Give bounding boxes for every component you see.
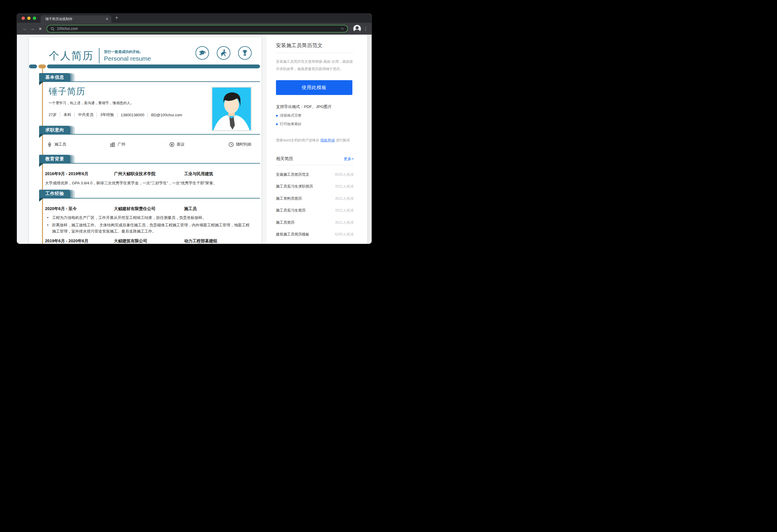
template-title: 安装施工员简历范文 [276, 42, 353, 49]
section-tab-fold [39, 198, 44, 202]
section-label-intent: 求职意向 [39, 126, 71, 134]
building-icon [110, 142, 115, 147]
timeline-top-bar [29, 64, 261, 69]
resume-preview-area: 个人简历 言行一致是成功的开始。 Personal resume [17, 35, 266, 244]
fact-party: 中共党员 [74, 112, 93, 118]
related-item[interactable]: 施工员简历 3521人阅读 [276, 220, 353, 225]
intent-salary: 面议 [170, 142, 229, 147]
related-item[interactable]: 安装施工员简历范文 6020人阅读 [276, 172, 353, 177]
fact-degree: 本科 [60, 112, 71, 118]
resume-header: 个人简历 言行一致是成功的开始。 Personal resume [29, 48, 261, 63]
resume-card: 个人简历 言行一致是成功的开始。 Personal resume [29, 37, 261, 244]
resume-subtitle: Personal resume [104, 55, 151, 62]
education-row: 2016年9月 - 2019年6月 广州大鲸职业技术学院 工业与民用建筑 [45, 171, 261, 177]
avatar-head [356, 26, 359, 29]
fact-experience: 3年经验 [97, 112, 114, 118]
sidebar-divider [276, 165, 353, 165]
page-scrollbar[interactable] [367, 35, 372, 244]
address-bar[interactable]: 100chui.com ☆ [46, 25, 348, 32]
stop-loading-icon[interactable]: ✕ [36, 27, 44, 31]
fact-email: BD@100chui.com [147, 113, 182, 117]
work-company: 大鲸建筑有限公司 [114, 239, 184, 244]
maximize-window-button[interactable] [33, 17, 36, 20]
export-point: 排版格式完整 [276, 113, 353, 118]
profile-avatar-button[interactable] [353, 25, 361, 32]
tab-title: 锤子简历在线制作 [45, 17, 106, 21]
education-school: 广州大鲸职业技术学院 [114, 171, 184, 177]
browser-window: 锤子简历在线制作 ✕ + ← → ✕ 100chui.com ☆ ⋮ [17, 14, 372, 244]
work-period: 2019年6月 - 2020年6月 [45, 239, 114, 244]
work-bullet: 距离放样，施工放线工作。 主体结构完成后兼任施工员，负责砌体工程施工管理，内外墙… [47, 222, 250, 234]
related-item[interactable]: 施工资料员简历 3521人阅读 [276, 196, 353, 201]
education-period: 2016年9月 - 2019年6月 [45, 171, 114, 177]
work-row: 2020年6月 - 至今 大鲸建材有限责任公司 施工员 [45, 206, 261, 212]
related-title: 相关简历 [276, 156, 293, 161]
section-tab-fold [39, 163, 44, 167]
resume-motto: 言行一致是成功的开始。 [104, 49, 151, 54]
minimize-window-button[interactable] [27, 17, 30, 20]
work-period: 2020年6月 - 至今 [45, 206, 114, 212]
intent-availability: 随时到岗 [229, 142, 261, 147]
clock-icon [229, 142, 234, 147]
template-description: 安装施工员简历范文使用便捷-高效-实用，高效提升求职效率，做高质量简历就用锤子简… [276, 58, 353, 73]
window-controls [22, 17, 36, 20]
header-icons [196, 46, 252, 60]
tab-close-icon[interactable]: ✕ [106, 17, 108, 21]
section-tab-fold [39, 134, 44, 138]
fact-age: 27岁 [48, 112, 57, 118]
bookmark-star-icon[interactable]: ☆ [341, 26, 344, 31]
browser-toolbar: ← → ✕ 100chui.com ☆ ⋮ [17, 23, 372, 35]
teal-bar-long [47, 64, 260, 69]
avatar-body [354, 30, 360, 32]
education-detail: 大学成绩优异，GPA 3.8/4.0，获得三次优秀学生奖学金，一次“三好学生”，… [45, 180, 261, 186]
related-header: 相关简历 更多> [276, 156, 353, 161]
close-window-button[interactable] [22, 17, 25, 20]
work-title: 动力工程部基建组 [184, 239, 261, 244]
page-content: 个人简历 言行一致是成功的开始。 Personal resume [17, 35, 372, 244]
id-photo [211, 87, 252, 131]
bullet-dot-icon [276, 123, 278, 125]
section-header-basic: 基本信息 [39, 74, 260, 82]
pen-nib-icon [47, 142, 52, 147]
desktop-background: 锤子简历在线制作 ✕ + ← → ✕ 100chui.com ☆ ⋮ [0, 0, 388, 266]
url-text: 100chui.com [57, 27, 341, 31]
related-item[interactable]: 施工员实习生求职简历 3521人阅读 [276, 184, 353, 189]
related-item[interactable]: 施工员实习生简历 3521人阅读 [276, 208, 353, 213]
section-label-work: 工作经验 [39, 190, 71, 198]
graduation-cap-icon [196, 46, 209, 60]
template-store-link[interactable]: 模板商城 [320, 138, 335, 142]
education-major: 工业与民用建筑 [184, 171, 261, 177]
fact-phone: 13800138000 [117, 113, 144, 117]
section-label-education: 教育背景 [39, 155, 71, 163]
use-template-button[interactable]: 使用此模板 [276, 80, 352, 95]
work-title: 施工员 [184, 206, 261, 212]
template-sidebar: 安装施工员简历范文 安装施工员简历范文使用便捷-高效-实用，高效提升求职效率，做… [271, 35, 359, 244]
word-purchase-note: 需要word文档的用户请移步模板商城进行购买 [276, 138, 353, 143]
work-bullet: 工程为力佳电机生产厂区，工作开展从开挖至工程竣工结束，担任测量员，负责坐标放样。 [47, 215, 250, 221]
resume-title: 个人简历 [49, 49, 94, 63]
section-header-work: 工作经验 [39, 190, 260, 198]
section-tab-fold [39, 81, 44, 85]
export-formats: 支持导出格式：PDF、JPG图片 [276, 104, 353, 110]
teal-bar-segment [29, 64, 37, 69]
browser-tab-bar: 锤子简历在线制作 ✕ + [17, 14, 372, 23]
browser-menu-icon[interactable]: ⋮ [363, 26, 368, 31]
work-bullets: 工程为力佳电机生产厂区，工作开展从开挖至工程竣工结束，担任测量员，负责坐标放样。… [47, 215, 261, 234]
intent-position: 施工员 [47, 142, 110, 147]
back-icon[interactable]: ← [21, 26, 29, 31]
search-icon [50, 27, 54, 31]
work-company: 大鲸建材有限责任公司 [114, 206, 184, 212]
header-divider [99, 48, 100, 63]
export-point: 打印效果最好 [276, 122, 353, 127]
related-item[interactable]: 建筑施工员简历模板 6200人阅读 [276, 232, 353, 237]
running-worker-icon [217, 46, 230, 60]
intent-city: 广州 [110, 142, 170, 147]
new-tab-button[interactable]: + [115, 15, 118, 21]
section-header-education: 教育背景 [39, 155, 260, 164]
browser-tab[interactable]: 锤子简历在线制作 ✕ [40, 15, 111, 23]
work-row: 2019年6月 - 2020年6月 大鲸建筑有限公司 动力工程部基建组 [45, 239, 261, 244]
intent-row: 施工员 广州 面议 随 [47, 142, 261, 147]
trophy-icon [238, 46, 252, 60]
forward-icon[interactable]: → [29, 26, 36, 31]
more-link[interactable]: 更多> [343, 156, 353, 161]
